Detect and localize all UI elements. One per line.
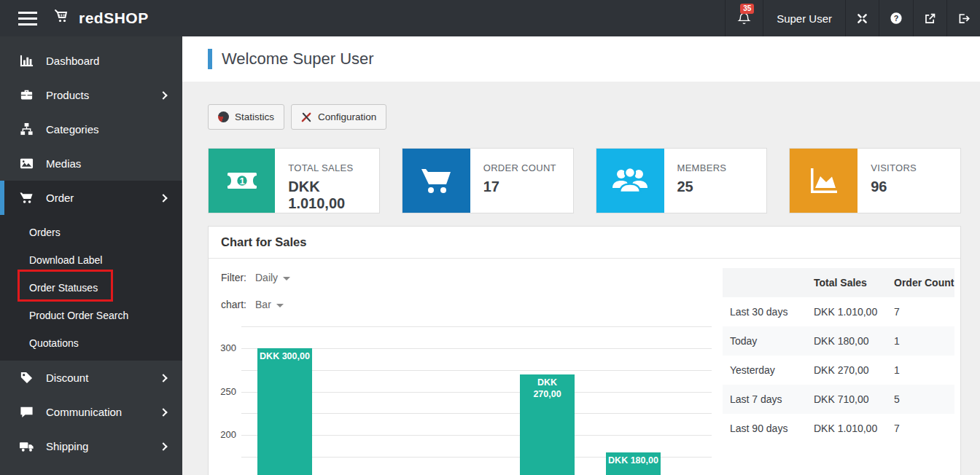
sales-summary-table: Total SalesOrder CountLast 30 daysDKK 1.… (723, 268, 954, 443)
sidebar: DashboardProductsCategoriesMediasOrderOr… (0, 36, 182, 475)
sales-panel-title: Chart for Sales (209, 227, 960, 259)
submenu-item-order-statuses[interactable]: Order Statuses (0, 274, 182, 302)
chevron-right-icon (159, 194, 167, 202)
stat-card-total-sales: 1TOTAL SALESDKK 1.010,00 (208, 148, 380, 213)
sales-panel: Chart for Sales Filter: Daily chart: Bar (208, 226, 961, 475)
joomla-button[interactable] (845, 0, 879, 36)
sidebar-item-label: Discount (46, 372, 88, 384)
table-cell: DKK 1.010,00 (806, 414, 887, 443)
chart-bar: DKK 180,00 (606, 452, 661, 475)
configuration-button[interactable]: Configuration (291, 104, 386, 130)
money-icon: 1 (209, 149, 275, 213)
filter-label: Filter: (221, 272, 246, 283)
table-cell: Last 90 days (723, 414, 806, 443)
hamburger-menu-icon[interactable] (0, 0, 51, 36)
submenu-item-label: Orders (29, 227, 61, 238)
cart-logo-icon (51, 7, 73, 29)
table-header (723, 268, 806, 297)
submenu-item-quotations[interactable]: Quotations (0, 329, 182, 357)
page-title: Welcome Super User (222, 50, 374, 68)
svg-text:1: 1 (239, 176, 244, 187)
submenu-item-label: Order Statuses (29, 282, 98, 294)
sidebar-item-partial[interactable] (0, 463, 182, 475)
main-content: Welcome Super User Statistics Configurat… (182, 36, 980, 475)
order-submenu: OrdersDownload LabelOrder StatusesProduc… (0, 215, 182, 361)
sidebar-item-discount[interactable]: Discount (0, 361, 182, 395)
sidebar-item-categories[interactable]: Categories (0, 112, 182, 146)
tools-icon (301, 111, 312, 122)
stat-card-value: DKK 1.010,00 (288, 178, 378, 212)
stat-card-label: ORDER COUNT (483, 162, 556, 173)
users-icon (596, 149, 664, 213)
sidebar-item-order[interactable]: Order (0, 181, 182, 215)
stat-cards: 1TOTAL SALESDKK 1.010,00ORDER COUNT17MEM… (208, 148, 961, 213)
table-cell: 7 (887, 297, 954, 326)
table-cell: DKK 710,00 (806, 385, 887, 414)
stat-card-label: VISITORS (871, 162, 917, 173)
title-accent-bar (208, 49, 212, 69)
table-row: Last 30 daysDKK 1.010,007 (723, 297, 954, 326)
brand-logo[interactable]: redSHOP (51, 0, 149, 36)
logout-icon (957, 12, 970, 25)
table-cell: 1 (887, 326, 954, 356)
chevron-right-icon (159, 91, 167, 99)
notifications-button[interactable]: 35 (725, 0, 763, 36)
submenu-item-label: Quotations (29, 337, 79, 349)
sidebar-item-products[interactable]: Products (0, 78, 182, 112)
table-header: Order Count (887, 268, 954, 297)
statistics-button[interactable]: Statistics (208, 104, 284, 130)
sidebar-item-label: Products (46, 89, 89, 101)
page-header: Welcome Super User (182, 36, 980, 82)
sidebar-item-shipping[interactable]: Shipping (0, 429, 182, 463)
table-cell: DKK 1.010,00 (806, 297, 887, 326)
area-chart-icon (790, 149, 858, 213)
table-row: TodayDKK 180,001 (723, 326, 954, 356)
table-row: YesterdayDKK 270,001 (723, 356, 954, 385)
bar-chart-icon (18, 54, 34, 68)
chart-bar: DKK270,00 (520, 374, 575, 475)
chart-type-label: chart: (221, 299, 246, 310)
table-cell: Yesterday (723, 356, 806, 385)
toolbar: Statistics Configuration (208, 104, 961, 130)
joomla-icon (856, 12, 868, 25)
submenu-item-orders[interactable]: Orders (0, 219, 182, 246)
chevron-right-icon (159, 442, 167, 450)
view-site-button[interactable] (913, 0, 946, 36)
help-icon: ? (890, 12, 903, 25)
stat-card-visitors: VISITORS96 (789, 148, 961, 213)
stat-card-order-count: ORDER COUNT17 (402, 148, 574, 213)
tag-icon (18, 371, 34, 385)
chart-bar: DKK 300,00 (257, 348, 312, 475)
briefcase-icon (18, 88, 34, 102)
bar-annotation: 270,00 (520, 388, 575, 400)
logout-button[interactable] (946, 0, 980, 36)
table-cell: Last 30 days (723, 297, 806, 326)
sidebar-item-medias[interactable]: Medias (0, 146, 182, 181)
submenu-item-download-label[interactable]: Download Label (0, 246, 182, 274)
filter-select[interactable]: Daily (255, 272, 290, 283)
table-cell: 7 (887, 414, 954, 443)
chart-type-select[interactable]: Bar (255, 299, 284, 310)
stat-card-value: 25 (677, 178, 727, 195)
cart-icon (18, 191, 34, 205)
sidebar-item-label: Order (46, 192, 74, 204)
chart-gridline (241, 326, 712, 327)
sidebar-item-label: Medias (46, 157, 81, 170)
sitemap-icon (18, 122, 34, 136)
brand-name: redSHOP (79, 9, 149, 27)
sidebar-item-dashboard[interactable]: Dashboard (0, 44, 182, 78)
submenu-item-product-order-search[interactable]: Product Order Search (0, 302, 182, 329)
user-menu[interactable]: Super User (763, 0, 845, 36)
sidebar-item-label: Shipping (46, 440, 88, 452)
stat-card-members: MEMBERS25 (596, 148, 768, 213)
external-link-icon (924, 12, 936, 25)
pie-chart-icon (218, 111, 229, 122)
user-name: Super User (777, 12, 832, 25)
chevron-right-icon (159, 374, 167, 382)
table-cell: 5 (887, 385, 954, 414)
sidebar-item-label: Categories (46, 123, 99, 136)
sidebar-item-communication[interactable]: Communication (0, 395, 182, 429)
help-button[interactable]: ? (879, 0, 913, 36)
stat-card-label: MEMBERS (677, 162, 727, 173)
table-row: Last 90 daysDKK 1.010,007 (723, 414, 954, 443)
